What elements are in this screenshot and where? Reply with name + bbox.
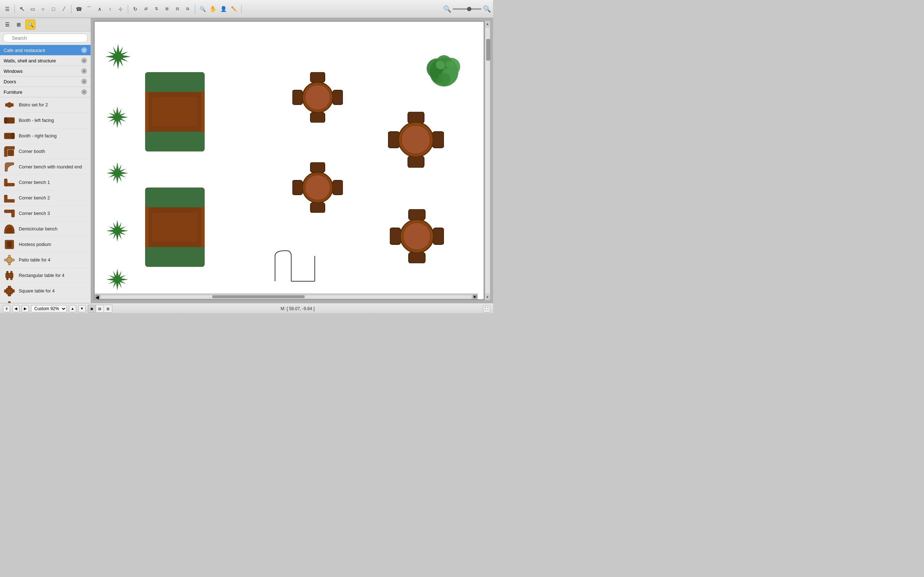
svg-rect-27 <box>8 286 11 288</box>
scroll-down-arrow[interactable]: ▼ <box>485 294 491 300</box>
next-page-button[interactable]: ▶ <box>22 305 29 312</box>
h-scroll-track[interactable] <box>101 295 472 298</box>
arrange-button[interactable]: ⧉ <box>183 4 193 14</box>
shape-item-corner-bench-3[interactable]: Corner bench 3 <box>0 206 90 221</box>
zoom-down-button[interactable]: ▼ <box>78 305 86 312</box>
plant-1[interactable] <box>105 43 132 70</box>
svg-rect-19 <box>4 259 7 261</box>
shape-item-corner-bench-1[interactable]: Corner bench 1 <box>0 175 90 190</box>
category-item-furniture[interactable]: Furniture ✕ <box>0 87 90 97</box>
svg-point-86 <box>436 61 445 69</box>
shape-item-demicircular-bench[interactable]: Demicircular bench <box>0 221 90 237</box>
square-tool-button[interactable]: □ <box>48 4 58 14</box>
view-mode-1-button[interactable]: ▣ <box>88 305 96 312</box>
shape-item-corner-bench-rounded[interactable]: Corner bench with rounded end <box>0 160 90 175</box>
pan-button[interactable]: ✋ <box>208 4 218 14</box>
horizontal-scrollbar[interactable]: ◀ ▶ <box>95 293 478 299</box>
zoom-select[interactable]: Custom 92% 100% 75% 50% Fit Page <box>31 305 67 312</box>
select-tool-button[interactable]: ↖ <box>17 4 27 14</box>
shape-list: Bistro set for 2 Booth - left facing <box>0 97 90 303</box>
canvas[interactable]: ◀ ▶ <box>94 21 485 300</box>
shape-item-rect-table-4[interactable]: Rectangular table for 4 <box>0 268 90 284</box>
round-table-group-3[interactable] <box>292 162 343 213</box>
svg-rect-58 <box>333 90 343 105</box>
round-table-group-2[interactable] <box>388 112 444 168</box>
shape-item-booth-left[interactable]: Booth - left facing <box>0 113 90 128</box>
shape-item-corner-booth[interactable]: Corner booth <box>0 144 90 160</box>
search-input[interactable] <box>3 34 88 43</box>
shape-item-hostess-podium[interactable]: Hostess podium <box>0 237 90 253</box>
booth-1[interactable] <box>145 72 205 152</box>
round-table-group-4[interactable] <box>390 209 444 263</box>
prev-page-button[interactable]: ◀ <box>12 305 19 312</box>
phone-tool-button[interactable]: ☎ <box>74 4 84 14</box>
scroll-left-btn[interactable]: ◀ <box>95 295 100 299</box>
line-tool-button[interactable]: ╱ <box>59 4 69 14</box>
shape-item-square-table-4[interactable]: Square table for 4 <box>0 284 90 299</box>
shape-label: Corner booth <box>19 149 45 154</box>
zoom-in-plus-button[interactable]: 🔍 <box>483 5 491 13</box>
ungroup-button[interactable]: ⊟ <box>172 4 182 14</box>
category-item-walls[interactable]: Walls, shell and structure ✕ <box>0 56 90 66</box>
user-button[interactable]: 👤 <box>218 4 228 14</box>
pause-button[interactable]: ⏸ <box>3 305 10 312</box>
rectangle-tool-button[interactable]: ▭ <box>27 4 37 14</box>
scroll-up-arrow[interactable]: ▲ <box>485 21 491 27</box>
panel-list-view-button[interactable]: ☰ <box>2 19 12 29</box>
shape-item-bistro[interactable]: Bistro set for 2 <box>0 97 90 113</box>
vertical-scrollbar[interactable]: ▲ ▼ <box>485 21 490 300</box>
view-mode-2-button[interactable]: ▤ <box>96 305 104 312</box>
zoom-slider[interactable] <box>452 8 481 10</box>
plant-5[interactable] <box>105 267 130 292</box>
svg-marker-42 <box>107 162 128 184</box>
shape-item-round-table-4[interactable]: Round table for 4 <box>0 299 90 303</box>
door-shape[interactable] <box>271 249 318 285</box>
scroll-right-btn[interactable]: ▶ <box>473 295 477 299</box>
large-plant[interactable] <box>422 50 465 94</box>
svg-rect-11 <box>4 179 7 186</box>
category-item-doors[interactable]: Doors ✕ <box>0 76 90 87</box>
category-close-icon[interactable]: ✕ <box>81 68 87 74</box>
shape-item-corner-bench-2[interactable]: Corner bench 2 <box>0 190 90 206</box>
booth-2[interactable] <box>145 187 205 267</box>
zoom-out-button[interactable]: 🔍 <box>443 5 451 13</box>
eyedropper-button[interactable]: ✏️ <box>229 4 239 14</box>
plant-4[interactable] <box>105 218 130 243</box>
category-item-cafe[interactable]: Cafe and restaurant ✕ <box>0 45 90 56</box>
svg-rect-8 <box>5 134 11 138</box>
panel-search-button[interactable]: 🔍 <box>25 19 36 29</box>
svg-rect-21 <box>6 273 13 278</box>
category-close-icon[interactable]: ✕ <box>81 79 87 84</box>
h-scroll-thumb[interactable] <box>212 295 305 298</box>
fullscreen-button[interactable]: ⛶ <box>483 305 490 312</box>
plant-2[interactable] <box>105 105 130 130</box>
flip-v-button[interactable]: ⇅ <box>151 4 162 14</box>
zoom-in-button[interactable]: 🔍 <box>197 4 208 14</box>
svg-rect-30 <box>12 290 15 292</box>
group-button[interactable]: ⊞ <box>162 4 172 14</box>
category-item-windows[interactable]: Windows ✕ <box>0 66 90 76</box>
corner-bench-rounded-icon <box>3 161 15 173</box>
svg-rect-46 <box>145 72 205 92</box>
size-tool-button[interactable]: ↕ <box>105 4 115 14</box>
round-table-group-1[interactable] <box>292 72 343 122</box>
polyline-tool-button[interactable]: ∧ <box>95 4 105 14</box>
flip-h-button[interactable]: ⇄ <box>141 4 151 14</box>
connect-tool-button[interactable]: ⊹ <box>115 4 126 14</box>
booth-right-icon <box>3 130 15 142</box>
v-scroll-thumb[interactable] <box>486 39 491 61</box>
hamburger-menu-button[interactable]: ☰ <box>2 4 12 14</box>
svg-rect-1 <box>5 103 7 106</box>
category-close-icon[interactable]: ✕ <box>81 47 87 53</box>
zoom-up-button[interactable]: ▲ <box>69 305 76 312</box>
view-mode-3-button[interactable]: ▥ <box>104 305 112 312</box>
category-close-icon[interactable]: ✕ <box>81 58 87 63</box>
circle-tool-button[interactable]: ○ <box>38 4 48 14</box>
shape-item-booth-right[interactable]: Booth - right facing <box>0 128 90 144</box>
plant-3[interactable] <box>105 161 130 186</box>
rotate-tool-button[interactable]: ↻ <box>130 4 141 14</box>
panel-grid-view-button[interactable]: ⊞ <box>14 19 24 29</box>
category-close-icon[interactable]: ✕ <box>81 89 87 95</box>
arc-tool-button[interactable]: ⌒ <box>84 4 94 14</box>
shape-item-patio-table-4[interactable]: Patio table for 4 <box>0 253 90 268</box>
